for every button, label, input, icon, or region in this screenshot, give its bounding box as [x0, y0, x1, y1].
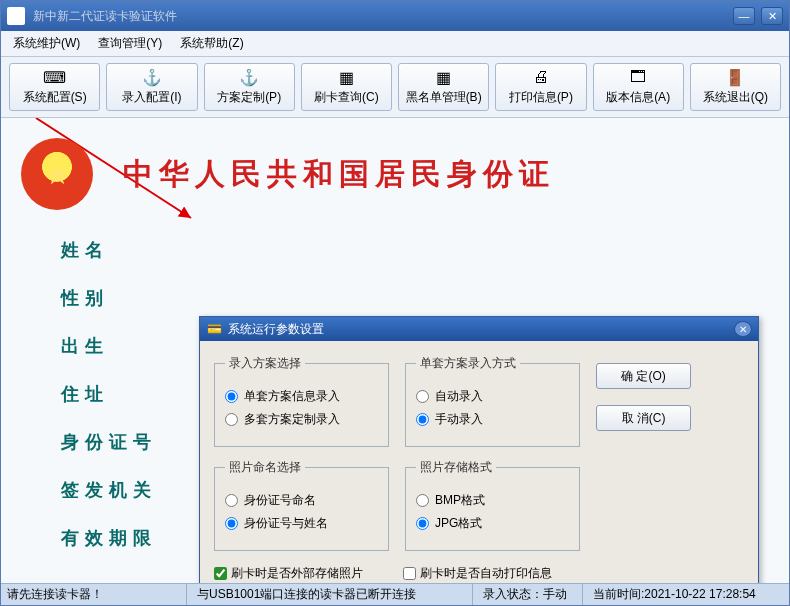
label-valid: 有效期限: [61, 526, 157, 550]
close-button[interactable]: ✕: [761, 7, 783, 25]
radio-multi-plan[interactable]: 多套方案定制录入: [225, 411, 378, 428]
door-icon: 🚪: [725, 68, 745, 86]
anchor-icon: ⚓: [142, 68, 162, 86]
checkbox-save-photo[interactable]: 刷卡时是否外部存储照片: [214, 565, 363, 582]
toolbar-label: 方案定制(P): [217, 89, 281, 106]
group-legend: 照片命名选择: [225, 459, 305, 476]
status-device: 与USB1001端口连接的读卡器已断开连接: [187, 584, 473, 605]
label-idnumber: 身份证号: [61, 430, 157, 454]
group-legend: 录入方案选择: [225, 355, 305, 372]
status-inputmode: 录入状态：手动: [473, 584, 583, 605]
dialog-close-button[interactable]: ✕: [734, 321, 752, 337]
label-name: 姓名: [61, 238, 157, 262]
app-icon: [7, 7, 25, 25]
radio-bmp[interactable]: BMP格式: [416, 492, 569, 509]
cancel-button[interactable]: 取 消(C): [596, 405, 691, 431]
label-birth: 出生: [61, 334, 157, 358]
menu-system[interactable]: 系统维护(W): [13, 35, 80, 52]
window-icon: 🗔: [628, 68, 648, 86]
radio-idnumber-name[interactable]: 身份证号命名: [225, 492, 378, 509]
statusbar: 请先连接读卡器！ 与USB1001端口连接的读卡器已断开连接 录入状态：手动 当…: [1, 583, 789, 605]
banner-title: 中华人民共和国居民身份证: [123, 154, 555, 195]
checkbox-auto-print[interactable]: 刷卡时是否自动打印信息: [403, 565, 552, 582]
toolbar-label: 黑名单管理(B): [406, 89, 482, 106]
toolbar-label: 版本信息(A): [606, 89, 670, 106]
toolbar-label: 录入配置(I): [122, 89, 181, 106]
menubar: 系统维护(W) 查询管理(Y) 系统帮助(Z): [1, 31, 789, 57]
toolbar-blacklist[interactable]: ▦黑名单管理(B): [398, 63, 489, 111]
national-emblem-icon: ★: [21, 138, 93, 210]
ok-button[interactable]: 确 定(O): [596, 363, 691, 389]
keyboard-icon: ⌨: [45, 68, 65, 86]
radio-jpg[interactable]: JPG格式: [416, 515, 569, 532]
group-legend: 照片存储格式: [416, 459, 496, 476]
group-photo-name: 照片命名选择 身份证号命名 身份证号与姓名: [214, 459, 389, 551]
toolbar-print[interactable]: 🖨打印信息(P): [495, 63, 586, 111]
grid-icon: ▦: [434, 68, 454, 86]
group-input-plan: 录入方案选择 单套方案信息录入 多套方案定制录入: [214, 355, 389, 447]
anchor-icon: ⚓: [239, 68, 259, 86]
toolbar-label: 系统配置(S): [23, 89, 87, 106]
toolbar-plan[interactable]: ⚓方案定制(P): [204, 63, 295, 111]
radio-single-plan[interactable]: 单套方案信息录入: [225, 388, 378, 405]
toolbar-inputconfig[interactable]: ⚓录入配置(I): [106, 63, 197, 111]
id-field-labels: 姓名 性别 出生 住址 身份证号 签发机关 有效期限: [61, 238, 157, 550]
label-issuer: 签发机关: [61, 478, 157, 502]
window-titlebar: 新中新二代证读卡验证软件 — ✕: [1, 1, 789, 31]
toolbar-sysconfig[interactable]: ⌨系统配置(S): [9, 63, 100, 111]
group-legend: 单套方案录入方式: [416, 355, 520, 372]
dialog-title: 系统运行参数设置: [228, 321, 324, 338]
toolbar-label: 打印信息(P): [509, 89, 573, 106]
status-connect: 请先连接读卡器！: [7, 584, 187, 605]
radio-idnumber-and-name[interactable]: 身份证号与姓名: [225, 515, 378, 532]
label-sex: 性别: [61, 286, 157, 310]
grid-icon: ▦: [336, 68, 356, 86]
printer-icon: 🖨: [531, 68, 551, 86]
radio-auto-input[interactable]: 自动录入: [416, 388, 569, 405]
label-address: 住址: [61, 382, 157, 406]
group-photo-format: 照片存储格式 BMP格式 JPG格式: [405, 459, 580, 551]
group-input-mode: 单套方案录入方式 自动录入 手动录入: [405, 355, 580, 447]
toolbar-label: 系统退出(Q): [703, 89, 768, 106]
minimize-button[interactable]: —: [733, 7, 755, 25]
window-title: 新中新二代证读卡验证软件: [33, 8, 177, 25]
toolbar: ⌨系统配置(S) ⚓录入配置(I) ⚓方案定制(P) ▦刷卡查询(C) ▦黑名单…: [1, 57, 789, 118]
radio-manual-input[interactable]: 手动录入: [416, 411, 569, 428]
toolbar-version[interactable]: 🗔版本信息(A): [593, 63, 684, 111]
toolbar-label: 刷卡查询(C): [314, 89, 379, 106]
settings-dialog: 💳 系统运行参数设置 ✕ 录入方案选择 单套方案信息录入 多套方案定制录入 单套…: [199, 316, 759, 606]
dialog-titlebar: 💳 系统运行参数设置 ✕: [200, 317, 758, 341]
card-icon: 💳: [206, 321, 222, 337]
menu-query[interactable]: 查询管理(Y): [98, 35, 162, 52]
toolbar-exit[interactable]: 🚪系统退出(Q): [690, 63, 781, 111]
toolbar-cardquery[interactable]: ▦刷卡查询(C): [301, 63, 392, 111]
menu-help[interactable]: 系统帮助(Z): [180, 35, 243, 52]
status-time: 当前时间:2021-10-22 17:28:54: [583, 584, 783, 605]
